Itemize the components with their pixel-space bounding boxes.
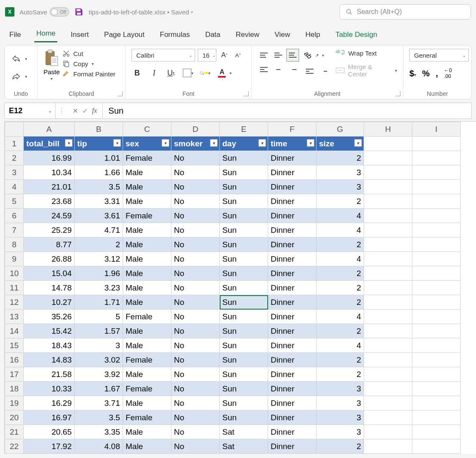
- table-header-tip[interactable]: tip▾: [75, 137, 123, 151]
- orientation-button[interactable]: ab↗▾: [304, 49, 329, 61]
- cell-E8[interactable]: Sun: [220, 237, 268, 252]
- cell-E12[interactable]: Sun: [220, 295, 268, 310]
- row-header[interactable]: 6: [5, 209, 24, 223]
- cell[interactable]: [364, 281, 412, 295]
- cell-E18[interactable]: Sun: [220, 382, 268, 396]
- cell-C21[interactable]: Male: [123, 425, 171, 439]
- name-box[interactable]: E12 ⌄: [5, 103, 56, 118]
- align-right-button[interactable]: [286, 63, 299, 76]
- cell-F13[interactable]: Dinner: [268, 310, 316, 324]
- cell[interactable]: [412, 396, 461, 411]
- cell-F21[interactable]: Dinner: [268, 425, 316, 439]
- cell-G5[interactable]: 2: [316, 194, 364, 209]
- cell-C14[interactable]: Male: [123, 324, 171, 338]
- cell-G9[interactable]: 4: [316, 252, 364, 266]
- row-header[interactable]: 7: [5, 223, 24, 237]
- cell-B9[interactable]: 3.12: [75, 252, 123, 266]
- row-header[interactable]: 18: [5, 382, 24, 396]
- filter-dropdown-icon[interactable]: ▾: [258, 139, 266, 147]
- cell-D13[interactable]: No: [171, 310, 220, 324]
- cell-B17[interactable]: 3.92: [75, 367, 123, 382]
- cell[interactable]: [412, 281, 461, 295]
- cell[interactable]: [364, 439, 412, 454]
- autosave-toggle[interactable]: AutoSave Off: [20, 7, 69, 17]
- cell-D8[interactable]: No: [171, 237, 220, 252]
- spreadsheet-grid[interactable]: ABCDEFGHI1total_bill▾tip▾sex▾smoker▾day▾…: [4, 121, 476, 454]
- cell-G20[interactable]: 3: [316, 411, 364, 425]
- cell-G12[interactable]: 2: [316, 295, 364, 310]
- cell-F17[interactable]: Dinner: [268, 367, 316, 382]
- cell-D14[interactable]: No: [171, 324, 220, 338]
- cell[interactable]: [364, 425, 412, 439]
- dialog-launcher-icon[interactable]: [395, 91, 400, 96]
- cell-B10[interactable]: 1.96: [75, 266, 123, 281]
- cell-B7[interactable]: 4.71: [75, 223, 123, 237]
- cell-G7[interactable]: 4: [316, 223, 364, 237]
- cell-C19[interactable]: Male: [123, 396, 171, 411]
- cell-D18[interactable]: No: [171, 382, 220, 396]
- cell-A10[interactable]: 15.04: [24, 266, 75, 281]
- cell-E9[interactable]: Sun: [220, 252, 268, 266]
- cell-A7[interactable]: 25.29: [24, 223, 75, 237]
- cell-G21[interactable]: 3: [316, 425, 364, 439]
- cell-E17[interactable]: Sun: [220, 367, 268, 382]
- cell[interactable]: [364, 194, 412, 209]
- cell-B13[interactable]: 5: [75, 310, 123, 324]
- cell-E2[interactable]: Sun: [220, 151, 268, 165]
- cell-F14[interactable]: Dinner: [268, 324, 316, 338]
- cell[interactable]: [412, 252, 461, 266]
- table-header-total_bill[interactable]: total_bill▾: [24, 137, 75, 151]
- cell-A15[interactable]: 18.43: [24, 338, 75, 353]
- cell-D7[interactable]: No: [171, 223, 220, 237]
- tab-formulas[interactable]: Formulas: [158, 31, 192, 42]
- cell[interactable]: [412, 439, 461, 454]
- cell-E5[interactable]: Sun: [220, 194, 268, 209]
- cell-B4[interactable]: 3.5: [75, 180, 123, 194]
- cell-G4[interactable]: 3: [316, 180, 364, 194]
- cell-F9[interactable]: Dinner: [268, 252, 316, 266]
- cell-D4[interactable]: No: [171, 180, 220, 194]
- cell-E3[interactable]: Sun: [220, 165, 268, 180]
- cell[interactable]: [412, 237, 461, 252]
- row-header[interactable]: 20: [5, 411, 24, 425]
- row-header[interactable]: 13: [5, 310, 24, 324]
- cell-G10[interactable]: 2: [316, 266, 364, 281]
- cell-F22[interactable]: Dinner: [268, 439, 316, 454]
- cell-F19[interactable]: Dinner: [268, 396, 316, 411]
- cell-E13[interactable]: Sun: [220, 310, 268, 324]
- row-header[interactable]: 16: [5, 353, 24, 367]
- cell-C11[interactable]: Male: [123, 281, 171, 295]
- wrap-text-button[interactable]: ab Wrap Text: [336, 49, 397, 57]
- cell[interactable]: [364, 266, 412, 281]
- underline-button[interactable]: U▾: [165, 67, 176, 78]
- cell-E6[interactable]: Sun: [220, 209, 268, 223]
- font-name-combo[interactable]: Calibri⌄: [132, 49, 195, 61]
- cell-D10[interactable]: No: [171, 266, 220, 281]
- cell[interactable]: [412, 209, 461, 223]
- row-header[interactable]: 4: [5, 180, 24, 194]
- cell-E22[interactable]: Sat: [220, 439, 268, 454]
- col-header-G[interactable]: G: [316, 122, 364, 137]
- formula-input[interactable]: Sun: [103, 106, 130, 116]
- tab-review[interactable]: Review: [234, 31, 261, 42]
- row-header[interactable]: 10: [5, 266, 24, 281]
- cell-G8[interactable]: 2: [316, 237, 364, 252]
- cell[interactable]: [412, 411, 461, 425]
- cell[interactable]: [364, 338, 412, 353]
- cell-E19[interactable]: Sun: [220, 396, 268, 411]
- cell-B15[interactable]: 3: [75, 338, 123, 353]
- cell-D9[interactable]: No: [171, 252, 220, 266]
- cell-B20[interactable]: 3.5: [75, 411, 123, 425]
- fill-color-button[interactable]: ▾: [199, 67, 210, 78]
- cell-B12[interactable]: 1.71: [75, 295, 123, 310]
- cell-C7[interactable]: Male: [123, 223, 171, 237]
- table-header-day[interactable]: day▾: [220, 137, 268, 151]
- cell-F2[interactable]: Dinner: [268, 151, 316, 165]
- cell-D11[interactable]: No: [171, 281, 220, 295]
- cell-C22[interactable]: Male: [123, 439, 171, 454]
- cell-C2[interactable]: Female: [123, 151, 171, 165]
- undo-button[interactable]: ▾: [11, 52, 31, 65]
- row-header[interactable]: 1: [5, 137, 24, 151]
- bold-button[interactable]: B: [132, 67, 143, 78]
- cell-B2[interactable]: 1.01: [75, 151, 123, 165]
